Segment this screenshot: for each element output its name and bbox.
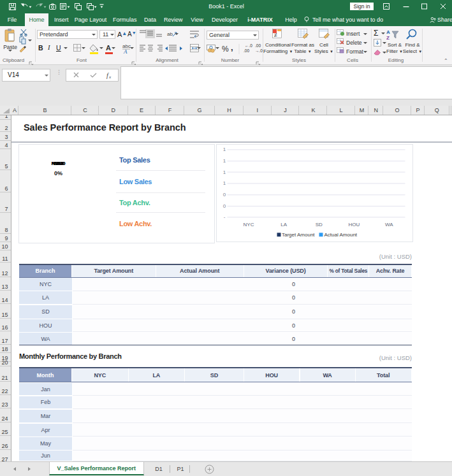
svg-text:1: 1 <box>222 147 226 152</box>
svg-text:.00: .00 <box>244 48 249 53</box>
svg-text:-: - <box>223 214 225 220</box>
svg-text:Z: Z <box>386 35 390 40</box>
svg-text:SD: SD <box>315 221 322 227</box>
svg-text:NYC: NYC <box>243 221 254 227</box>
svg-text:ab: ab <box>167 31 173 37</box>
svg-text:Target Amount: Target Amount <box>282 232 315 238</box>
svg-text:A: A <box>386 29 390 35</box>
svg-text:←.0: ←.0 <box>245 43 252 48</box>
svg-text:x: x <box>108 75 112 80</box>
svg-text:A: A <box>123 48 128 55</box>
svg-text:HOU: HOU <box>348 221 360 227</box>
svg-text:WA: WA <box>385 221 393 227</box>
svg-text:%: % <box>222 45 229 54</box>
svg-text:LA: LA <box>281 221 287 227</box>
svg-text:A: A <box>106 44 111 52</box>
svg-text:0: 0 <box>222 192 226 198</box>
svg-text:.00: .00 <box>255 43 261 48</box>
svg-text:1: 1 <box>222 169 226 175</box>
svg-text:,: , <box>231 43 233 52</box>
svg-text:1: 1 <box>222 180 226 186</box>
svg-text:Actual Amount: Actual Amount <box>324 232 357 238</box>
svg-text:→.0: →.0 <box>255 48 263 53</box>
svg-text:0: 0 <box>222 203 226 209</box>
svg-text:1: 1 <box>222 158 226 164</box>
svg-text:≠: ≠ <box>274 32 277 38</box>
